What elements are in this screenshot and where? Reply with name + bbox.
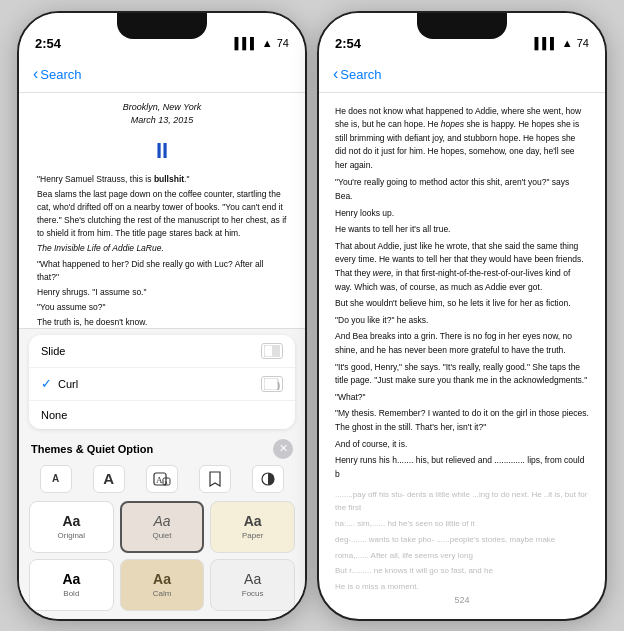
toolbar: A A A a: [19, 461, 305, 497]
theme-original[interactable]: Aa Original: [29, 501, 114, 553]
book-content-right: He does not know what happened to Addie,…: [319, 93, 605, 621]
time-right: 2:54: [335, 36, 361, 51]
back-label-right: Search: [340, 67, 381, 82]
bookmark-button[interactable]: [199, 465, 231, 493]
right-para-2: "You're really going to method actor thi…: [335, 176, 589, 203]
theme-quiet-aa: Aa: [153, 513, 170, 529]
signal-icon: ▌▌▌: [234, 37, 257, 49]
svg-text:a: a: [164, 479, 167, 485]
right-para-10: "What?": [335, 391, 589, 405]
theme-paper-aa: Aa: [244, 513, 262, 529]
font-settings-button[interactable]: A a: [146, 465, 178, 493]
status-icons-left: ▌▌▌ ▲ 74: [234, 37, 289, 49]
right-para-overflow-3: deg-....... wants to take pho- ......peo…: [335, 534, 589, 547]
small-a-label: A: [52, 473, 59, 484]
font-settings-icon: A a: [153, 471, 171, 487]
curl-label: Curl: [58, 378, 78, 390]
theme-original-label: Original: [58, 531, 86, 540]
slide-option[interactable]: Slide: [29, 335, 295, 368]
right-para-6: But she wouldn't believe him, so he lets…: [335, 297, 589, 311]
right-para-overflow-5: But r......... ne knows it will go so fa…: [335, 565, 589, 578]
para-2: Bea slams the last page down on the coff…: [37, 188, 287, 241]
themes-label: Themes & Quiet Option: [31, 443, 153, 455]
theme-quiet-label: Quiet: [152, 531, 171, 540]
battery-icon: 74: [277, 37, 289, 49]
bottom-panel: Slide ✓ Curl: [19, 328, 305, 619]
notch-right: [417, 13, 507, 39]
left-phone: 2:54 ▌▌▌ ▲ 74 ‹ Search Brooklyn, New Yor…: [17, 11, 307, 621]
theme-focus[interactable]: Aa Focus: [210, 559, 295, 611]
theme-grid: Aa Original Aa Quiet Aa Paper Aa Bold Aa: [19, 497, 305, 619]
chevron-left-icon: ‹: [33, 65, 38, 83]
right-para-4: He wants to tell her it's all true.: [335, 223, 589, 237]
bookmark-icon: [208, 471, 222, 487]
chapter-number: II: [37, 134, 287, 167]
theme-bold[interactable]: Aa Bold: [29, 559, 114, 611]
theme-paper-label: Paper: [242, 531, 263, 540]
svg-rect-2: [264, 378, 278, 390]
right-para-overflow-1: ........pay off his stu- dents a little …: [335, 489, 589, 515]
right-para-7: "Do you like it?" he asks.: [335, 314, 589, 328]
para-1: "Henry Samuel Strauss, this is bullshit.…: [37, 173, 287, 186]
book-location: Brooklyn, New YorkMarch 13, 2015: [37, 101, 287, 128]
para-5: Henry shrugs. "I assume so.": [37, 286, 287, 299]
right-phone: 2:54 ▌▌▌ ▲ 74 ‹ Search He does not know …: [317, 11, 607, 621]
theme-quiet[interactable]: Aa Quiet: [120, 501, 205, 553]
theme-focus-aa: Aa: [244, 571, 261, 587]
theme-original-aa: Aa: [62, 513, 80, 529]
curl-option[interactable]: ✓ Curl: [29, 368, 295, 401]
theme-bold-aa: Aa: [62, 571, 80, 587]
slide-icon-box: [261, 343, 283, 359]
big-a-label: A: [103, 470, 114, 487]
curl-check: ✓: [41, 376, 52, 391]
para-3: The Invisible Life of Addie LaRue.: [37, 242, 287, 255]
page-number: 524: [454, 595, 469, 605]
right-para-13: Henry runs his h....... his, but relieve…: [335, 454, 589, 481]
status-icons-right: ▌▌▌ ▲ 74: [534, 37, 589, 49]
right-para-5: That about Addie, just like he wrote, th…: [335, 240, 589, 294]
svg-text:A: A: [156, 475, 163, 485]
decrease-font-button[interactable]: A: [40, 465, 72, 493]
back-button-left[interactable]: ‹ Search: [33, 65, 82, 83]
wifi-icon-right: ▲: [562, 37, 573, 49]
para-6: "You assume so?": [37, 301, 287, 314]
themes-header: Themes & Quiet Option ✕: [19, 433, 305, 461]
theme-bold-label: Bold: [63, 589, 79, 598]
none-option[interactable]: None: [29, 401, 295, 429]
curl-icon-box: [261, 376, 283, 392]
notch: [117, 13, 207, 39]
right-para-8: And Bea breaks into a grin. There is no …: [335, 330, 589, 357]
close-button[interactable]: ✕: [273, 439, 293, 459]
para-4: "What happened to her? Did she really go…: [37, 258, 287, 284]
signal-icon-right: ▌▌▌: [534, 37, 557, 49]
right-para-overflow-6: He is o miss a moment.: [335, 581, 589, 594]
none-label: None: [41, 409, 67, 421]
back-label-left: Search: [40, 67, 81, 82]
circle-half-icon: [260, 471, 276, 487]
increase-font-button[interactable]: A: [93, 465, 125, 493]
slide-label: Slide: [41, 345, 65, 357]
chevron-left-icon-right: ‹: [333, 65, 338, 83]
svg-rect-1: [272, 345, 280, 357]
right-para-9: "It's good, Henry," she says. "It's real…: [335, 361, 589, 388]
nav-bar-left: ‹ Search: [19, 57, 305, 93]
theme-calm-aa: Aa: [153, 571, 171, 587]
theme-calm-label: Calm: [153, 589, 172, 598]
transition-menu: Slide ✓ Curl: [29, 335, 295, 429]
theme-calm[interactable]: Aa Calm: [120, 559, 205, 611]
theme-paper[interactable]: Aa Paper: [210, 501, 295, 553]
time-left: 2:54: [35, 36, 61, 51]
theme-focus-label: Focus: [242, 589, 264, 598]
right-para-1: He does not know what happened to Addie,…: [335, 105, 589, 173]
battery-icon-right: 74: [577, 37, 589, 49]
wifi-icon: ▲: [262, 37, 273, 49]
appearance-button[interactable]: [252, 465, 284, 493]
right-para-11: "My thesis. Remember? I wanted to do it …: [335, 407, 589, 434]
nav-bar-right: ‹ Search: [319, 57, 605, 93]
right-para-12: And of course, it is.: [335, 438, 589, 452]
right-para-overflow-2: ha:.... sim,...... hd he's seen so littl…: [335, 518, 589, 531]
back-button-right[interactable]: ‹ Search: [333, 65, 382, 83]
right-para-3: Henry looks up.: [335, 207, 589, 221]
right-para-overflow-4: roma,...... After all, life seems very l…: [335, 550, 589, 563]
